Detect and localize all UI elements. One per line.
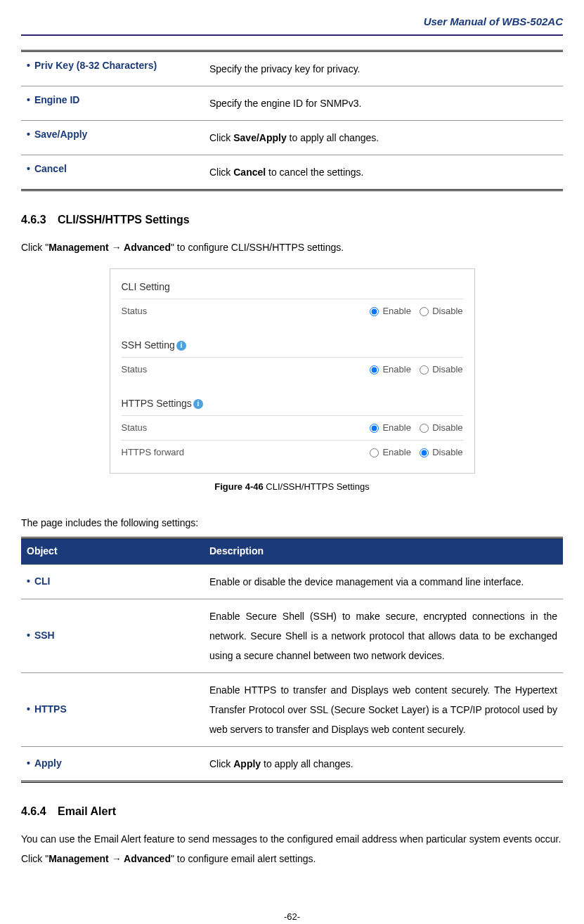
info-icon[interactable]: i xyxy=(193,399,203,409)
https-disable-option[interactable]: Disable xyxy=(420,422,463,433)
cli-setting-title: CLI Setting xyxy=(122,280,463,294)
description-cell: Enable or disable the device management … xyxy=(204,564,563,599)
bullet-icon: • xyxy=(27,757,30,769)
bullet-icon: • xyxy=(27,94,30,105)
bullet-icon: • xyxy=(27,630,30,641)
bullet-icon: • xyxy=(27,703,30,715)
section-464-intro: You can use the Email Alert feature to s… xyxy=(21,829,563,868)
https-status-row: Status Enable Disable xyxy=(122,415,463,440)
col-object: Object xyxy=(21,538,204,565)
ssh-disable-option[interactable]: Disable xyxy=(420,364,463,375)
description-cell: Click Save/Apply to apply all changes. xyxy=(204,121,563,155)
object-label: Engine ID xyxy=(34,94,80,105)
ssh-enable-radio[interactable] xyxy=(370,365,379,375)
section-heading-463: 4.6.3CLI/SSH/HTTPS Settings xyxy=(21,212,563,228)
forward-disable-radio[interactable] xyxy=(420,448,429,457)
object-label: CLI xyxy=(34,575,51,587)
settings-intro: The page includes the following settings… xyxy=(21,513,563,533)
forward-disable-option[interactable]: Disable xyxy=(420,447,463,457)
forward-enable-radio[interactable] xyxy=(370,448,379,457)
bullet-icon: • xyxy=(27,129,30,140)
table-row: •Priv Key (8-32 Characters) Specify the … xyxy=(21,51,563,86)
page-number: -62- xyxy=(21,911,563,923)
ssh-status-row: Status Enable Disable xyxy=(122,357,463,382)
https-enable-option[interactable]: Enable xyxy=(370,422,411,433)
https-enable-radio[interactable] xyxy=(370,424,379,433)
arrow-icon: → xyxy=(112,242,122,253)
cli-ssh-https-object-table: Object Description •CLI Enable or disabl… xyxy=(21,537,563,783)
status-label: Status xyxy=(122,305,248,318)
table-row: •CLI Enable or disable the device manage… xyxy=(21,564,563,599)
object-label: SSH xyxy=(34,630,55,641)
table-row: •Engine ID Specify the engine ID for SNM… xyxy=(21,86,563,121)
https-disable-radio[interactable] xyxy=(420,424,429,433)
object-label: Cancel xyxy=(34,163,67,174)
section-heading-464: 4.6.4Email Alert xyxy=(21,804,563,819)
description-cell: Specify the engine ID for SNMPv3. xyxy=(204,86,563,121)
object-label: Priv Key (8-32 Characters) xyxy=(34,60,157,71)
https-setting-title: HTTPS Settingsi xyxy=(122,397,463,411)
cli-status-row: Status Enable Disable xyxy=(122,299,463,323)
doc-header-title: User Manual of WBS-502AC xyxy=(21,14,563,29)
status-label: Status xyxy=(122,422,248,434)
figure-cli-ssh-https: CLI Setting Status Enable Disable SSH Se… xyxy=(110,268,475,474)
object-label: Save/Apply xyxy=(34,129,87,140)
table-row: •Save/Apply Click Save/Apply to apply al… xyxy=(21,121,563,155)
bullet-icon: • xyxy=(27,163,30,174)
ssh-setting-title: SSH Settingi xyxy=(122,339,463,353)
description-cell: Enable HTTPS to transfer and Displays we… xyxy=(204,672,563,746)
cli-enable-radio[interactable] xyxy=(370,307,379,316)
bullet-icon: • xyxy=(27,575,30,587)
info-icon[interactable]: i xyxy=(176,341,186,351)
col-description: Description xyxy=(204,538,563,565)
arrow-icon: → xyxy=(112,853,122,864)
figure-caption: Figure 4-46 CLI/SSH/HTTPS Settings xyxy=(21,481,563,493)
bullet-icon: • xyxy=(27,60,30,71)
snmp-settings-table: •Priv Key (8-32 Characters) Specify the … xyxy=(21,50,563,191)
ssh-enable-option[interactable]: Enable xyxy=(370,364,411,375)
ssh-disable-radio[interactable] xyxy=(420,365,429,375)
object-label: Apply xyxy=(34,757,62,769)
section-463-intro: Click "Management → Advanced" to configu… xyxy=(21,237,563,257)
table-row: •SSH Enable Secure Shell (SSH) to make s… xyxy=(21,599,563,672)
description-cell: Click Apply to apply all changes. xyxy=(204,746,563,781)
cli-disable-radio[interactable] xyxy=(420,307,429,316)
description-cell: Specify the privacy key for privacy. xyxy=(204,51,563,86)
description-cell: Click Cancel to cancel the settings. xyxy=(204,155,563,190)
cli-enable-option[interactable]: Enable xyxy=(370,306,411,316)
header-divider xyxy=(21,34,563,36)
table-row: •Cancel Click Cancel to cancel the setti… xyxy=(21,155,563,190)
table-row: •HTTPS Enable HTTPS to transfer and Disp… xyxy=(21,672,563,746)
https-forward-row: HTTPS forward Enable Disable xyxy=(122,440,463,464)
forward-enable-option[interactable]: Enable xyxy=(370,447,411,457)
table-row: •Apply Click Apply to apply all changes. xyxy=(21,746,563,781)
status-label: Status xyxy=(122,363,248,376)
description-cell: Enable Secure Shell (SSH) to make secure… xyxy=(204,599,563,672)
table-header-row: Object Description xyxy=(21,538,563,565)
forward-label: HTTPS forward xyxy=(122,446,248,459)
cli-disable-option[interactable]: Disable xyxy=(420,306,463,316)
object-label: HTTPS xyxy=(34,703,67,715)
